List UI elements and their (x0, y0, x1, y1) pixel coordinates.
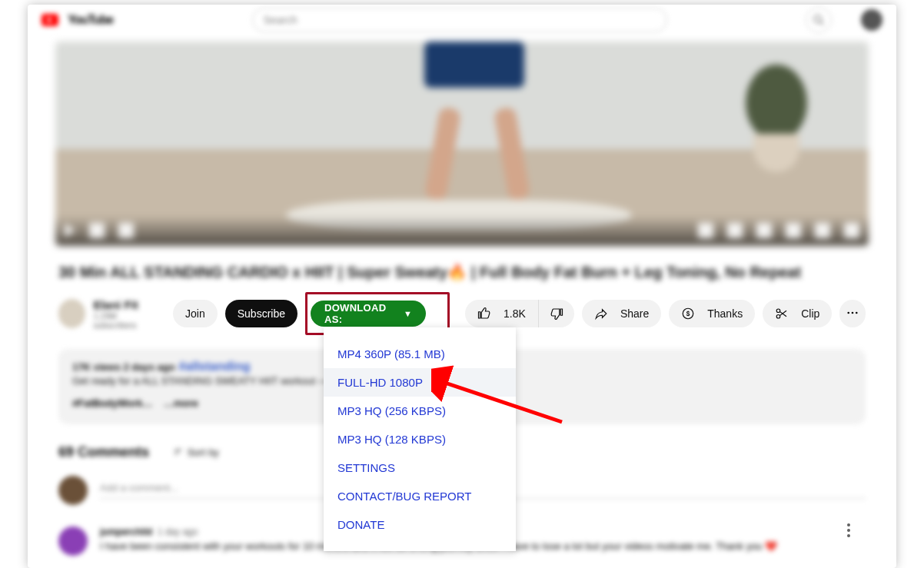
volume-icon[interactable] (118, 223, 134, 238)
download-as-button[interactable]: DOWNLOAD AS: ▼ (311, 301, 426, 327)
svg-point-0 (814, 15, 821, 22)
subscribe-button[interactable]: Subscribe (225, 300, 297, 327)
settings-gear-icon[interactable] (756, 223, 772, 238)
thanks-button[interactable]: $ Thanks (669, 300, 755, 327)
download-format-dropdown: MP4 360P (85.1 MB) FULL-HD 1080P MP3 HQ … (324, 327, 516, 551)
chevron-down-icon: ▼ (404, 309, 412, 318)
like-count: 1.8K (504, 307, 526, 320)
site-header: YouTube Search (28, 5, 896, 35)
scissors-icon (775, 307, 795, 321)
svg-line-1 (820, 22, 823, 25)
like-dislike-group: 1.8K (465, 300, 574, 327)
download-option-contact[interactable]: CONTACT/BUG REPORT (324, 482, 516, 510)
ellipsis-icon (846, 306, 859, 322)
description-meta: 17K views 2 days ago (72, 361, 175, 373)
video-title: 30 Min ALL STANDING CARDIO x HIIT | Supe… (58, 263, 866, 281)
youtube-logo-icon[interactable] (42, 14, 58, 26)
thanks-label: Thanks (707, 307, 743, 320)
user-avatar (58, 476, 88, 505)
svg-text:$: $ (686, 311, 690, 317)
youtube-wordmark[interactable]: YouTube (68, 13, 113, 27)
download-option-donate[interactable]: DONATE (324, 510, 516, 539)
svg-point-6 (848, 311, 850, 314)
download-option-mp3-128[interactable]: MP3 HQ (128 KBPS) (324, 425, 516, 453)
comments-count: 69 Comments (58, 444, 149, 460)
svg-point-7 (852, 311, 854, 314)
captions-icon[interactable] (727, 223, 743, 238)
comment-actions-icon[interactable] (841, 523, 856, 537)
video-player[interactable] (55, 42, 869, 246)
search-input[interactable]: Search (252, 8, 667, 32)
dislike-button[interactable] (539, 300, 574, 327)
description-line2: #FatBodyWork… (72, 397, 153, 409)
thumbs-down-icon (550, 307, 563, 321)
thanks-icon: $ (681, 307, 701, 321)
download-option-mp4-360[interactable]: MP4 360P (85.1 MB) (324, 340, 516, 368)
channel-subscribers: 1.29M subscribers (93, 311, 158, 330)
autoplay-icon[interactable] (698, 223, 713, 238)
more-actions-button[interactable] (839, 300, 866, 327)
join-button[interactable]: Join (173, 300, 218, 327)
svg-point-8 (856, 311, 858, 314)
next-icon[interactable] (89, 223, 105, 238)
theater-icon[interactable] (815, 223, 830, 238)
download-as-label: DOWNLOAD AS: (324, 302, 399, 325)
download-option-settings[interactable]: SETTINGS (324, 453, 516, 482)
microphone-icon[interactable] (861, 9, 882, 31)
play-icon[interactable] (65, 224, 75, 237)
sort-by-button[interactable]: Sort by (172, 447, 219, 458)
download-option-fullhd-1080[interactable]: FULL-HD 1080P (324, 368, 516, 397)
download-option-mp3-256[interactable]: MP3 HQ (256 KBPS) (324, 397, 516, 425)
search-icon (813, 14, 825, 26)
clip-button[interactable]: Clip (763, 300, 832, 327)
description-more[interactable]: …more (164, 397, 198, 409)
share-label: Share (620, 307, 649, 320)
share-button[interactable]: Share (582, 300, 661, 327)
player-controls (55, 215, 869, 246)
channel-name: Elani Fit (93, 298, 158, 311)
search-button[interactable] (806, 7, 832, 33)
commenter-name[interactable]: jumperchild (100, 526, 152, 537)
channel-avatar[interactable] (58, 299, 85, 328)
share-icon (594, 307, 614, 321)
fullscreen-icon[interactable] (844, 223, 859, 238)
channel-info[interactable]: Elani Fit 1.29M subscribers (58, 298, 158, 330)
thumbs-up-icon (477, 307, 497, 321)
commenter-avatar[interactable] (58, 526, 88, 556)
description-tag[interactable]: #allstanding (178, 360, 250, 373)
search-placeholder: Search (264, 14, 297, 26)
comment-time: 1 day ago (158, 526, 198, 537)
miniplayer-icon[interactable] (786, 223, 801, 238)
clip-label: Clip (801, 307, 819, 320)
like-button[interactable]: 1.8K (465, 300, 539, 327)
